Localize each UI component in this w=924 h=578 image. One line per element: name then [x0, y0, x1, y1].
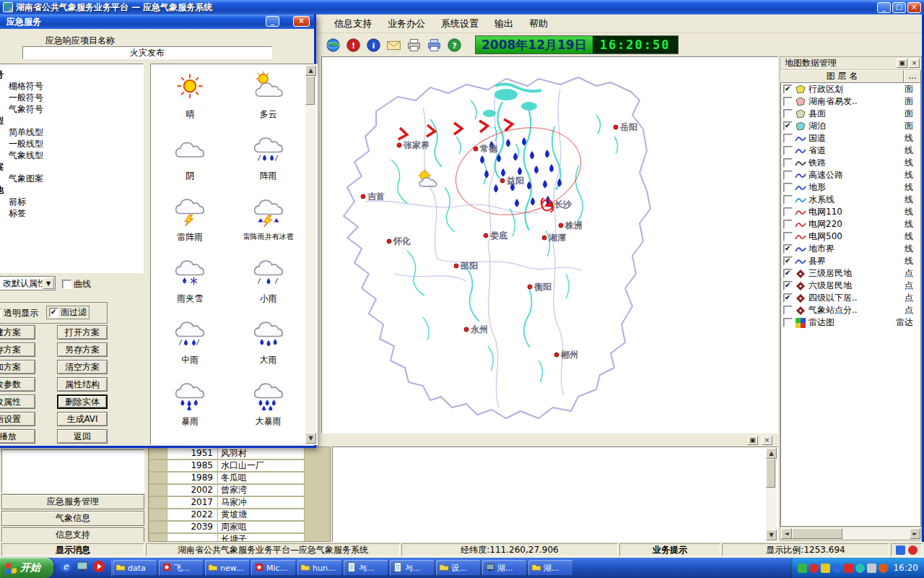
row-selector[interactable] — [149, 484, 167, 496]
map-canvas[interactable]: 岳阳张家界常德益阳长沙吉首娄底株洲湘潭怀化邵阳衡阳永州郴州 — [321, 56, 778, 434]
layer-checkbox[interactable] — [783, 256, 793, 266]
layer-row[interactable]: 湖南省易发..面 — [781, 95, 920, 108]
start-button[interactable]: 开始 — [0, 558, 53, 578]
layer-row[interactable]: 水系线线 — [781, 194, 920, 206]
weather-symbol[interactable]: 雷阵雨并有冰雹 — [230, 187, 308, 249]
layer-row[interactable]: 地形线 — [781, 181, 920, 194]
default-attr-combobox[interactable]: 改默认属性 ▼ — [0, 276, 56, 290]
tray-icon[interactable] — [879, 564, 888, 573]
scroll-right-icon[interactable]: ► — [910, 528, 920, 539]
dialog-button[interactable]: 改参数 — [0, 377, 35, 392]
alert-icon[interactable]: ! — [344, 35, 362, 54]
layer-row[interactable]: 电网110线 — [781, 206, 920, 218]
tree-item[interactable]: 号 — [0, 69, 143, 80]
message-display-area[interactable]: ▲ ▼ — [332, 447, 778, 542]
tray-icon[interactable] — [821, 564, 830, 573]
emergency-service-manage-button[interactable]: 应急服务管理 — [1, 494, 144, 509]
row-selector[interactable] — [149, 447, 167, 460]
symbol-vertical-scrollbar[interactable]: ▲ ▼ — [305, 65, 316, 444]
maximize-button[interactable]: □ — [892, 2, 906, 13]
layer-checkbox[interactable] — [783, 244, 793, 254]
table-row[interactable]: 2039周家咀 — [149, 521, 330, 533]
close-button[interactable]: × — [907, 2, 921, 13]
task-button[interactable]: Mic... — [251, 560, 296, 576]
layer-row[interactable]: 电网220线 — [781, 218, 920, 230]
dialog-minimize-button[interactable]: _ — [266, 16, 279, 27]
layer-checkbox[interactable] — [783, 183, 793, 192]
weather-info-button[interactable]: 气象信息 — [1, 511, 144, 526]
layer-row[interactable]: 县界线 — [781, 255, 920, 267]
tree-item[interactable]: 气象图案 — [0, 173, 143, 184]
weather-symbol[interactable]: 大雨 — [230, 310, 308, 371]
tray-icon[interactable] — [809, 564, 819, 573]
layer-row[interactable]: 行政区划面 — [781, 83, 920, 95]
weather-symbol[interactable]: 阵雨 — [230, 126, 308, 187]
layer-checkbox[interactable] — [783, 269, 793, 278]
layer-checkbox[interactable] — [783, 207, 793, 217]
table-row[interactable]: 长塘子 — [149, 533, 330, 542]
layer-checkbox[interactable] — [783, 146, 793, 155]
layer-row[interactable]: 县面面 — [781, 108, 920, 120]
dialog-button[interactable]: 改属性 — [0, 394, 35, 409]
task-button[interactable]: 湖... — [528, 560, 573, 576]
transparent-checkbox[interactable]: 透明显示 — [0, 307, 38, 319]
minimize-button[interactable]: _ — [877, 2, 891, 13]
layer-checkbox[interactable] — [783, 195, 793, 204]
weather-symbol[interactable]: 雷阵雨 — [151, 187, 230, 249]
menu-item-4[interactable]: 帮助 — [521, 15, 556, 33]
curve-checkbox[interactable]: 曲线 — [62, 278, 91, 290]
dialog-button[interactable]: 加方案 — [0, 360, 35, 374]
menu-item-2[interactable]: 系统设置 — [433, 15, 487, 33]
table-row[interactable]: 1985水口山一厂 — [149, 460, 330, 472]
tree-item[interactable]: 简单线型 — [0, 126, 143, 138]
tray-icon[interactable] — [844, 564, 853, 573]
desktop-icon[interactable] — [76, 560, 89, 576]
scroll-up-icon[interactable]: ▲ — [305, 65, 316, 76]
tray-icon[interactable] — [855, 564, 865, 573]
layer-checkbox[interactable] — [783, 293, 793, 303]
layers-horizontal-scrollbar[interactable]: ◄ ► — [781, 528, 920, 539]
weather-symbol[interactable]: 雨夹雪 — [151, 249, 230, 310]
layer-checkbox[interactable] — [783, 306, 793, 315]
task-button[interactable]: new... — [205, 560, 250, 576]
dialog-button[interactable]: 清空方案 — [57, 360, 108, 374]
menu-item-3[interactable]: 输出 — [487, 15, 521, 33]
layer-row[interactable]: 地市界线 — [781, 243, 920, 255]
dialog-button[interactable]: 画设置 — [0, 412, 35, 426]
dialog-close-button[interactable]: × — [293, 16, 310, 27]
layer-checkbox[interactable] — [783, 109, 793, 118]
weather-symbol[interactable]: 晴 — [151, 64, 230, 126]
pin-icon[interactable]: ▣ — [897, 59, 907, 68]
dialog-button[interactable]: 返回 — [57, 429, 108, 444]
task-button[interactable]: 设... — [436, 560, 481, 576]
project-name-input[interactable]: 火灾发布 — [22, 46, 272, 59]
pin-icon[interactable]: ▣ — [747, 436, 758, 445]
panel-close-icon[interactable]: × — [909, 59, 920, 68]
chevron-down-icon[interactable]: ▼ — [43, 277, 54, 289]
table-row[interactable]: 2017马家冲 — [149, 496, 330, 509]
row-selector[interactable] — [149, 509, 167, 521]
scroll-down-icon[interactable]: ▼ — [305, 433, 316, 444]
dialog-button[interactable]: 建方案 — [0, 325, 35, 340]
layer-checkbox[interactable] — [783, 97, 793, 106]
weather-symbol[interactable]: 暴雨 — [151, 371, 230, 433]
table-row[interactable]: 2022黄坡塘 — [149, 509, 330, 521]
tree-item[interactable]: 标签 — [0, 207, 143, 219]
globe-icon[interactable] — [323, 35, 342, 54]
weather-symbol[interactable]: 小雨 — [230, 249, 308, 310]
dialog-button[interactable]: 生成AVI — [57, 412, 108, 426]
layer-checkbox[interactable] — [783, 220, 793, 229]
layer-row[interactable]: 铁路线 — [781, 157, 920, 169]
task-button[interactable]: 湖... — [482, 560, 527, 576]
hunan-province-map[interactable]: 岳阳张家界常德益阳长沙吉首娄底株洲湘潭怀化邵阳衡阳永州郴州 — [322, 57, 777, 433]
tree-item[interactable]: 一般符号 — [0, 92, 143, 103]
tree-item[interactable]: 气象符号 — [0, 103, 143, 115]
message-table[interactable]: 1951风羽村1985水口山一厂1989冬瓜咀2002曾家湾2017马家冲202… — [148, 447, 331, 542]
task-button[interactable]: data — [113, 560, 157, 576]
layer-checkbox[interactable] — [783, 85, 793, 94]
export-icon[interactable] — [424, 35, 443, 54]
weather-symbol[interactable]: 中雨 — [151, 310, 230, 371]
ie-icon[interactable]: e — [59, 560, 72, 576]
tray-icon[interactable] — [798, 564, 807, 573]
tray-icon[interactable] — [832, 564, 842, 573]
